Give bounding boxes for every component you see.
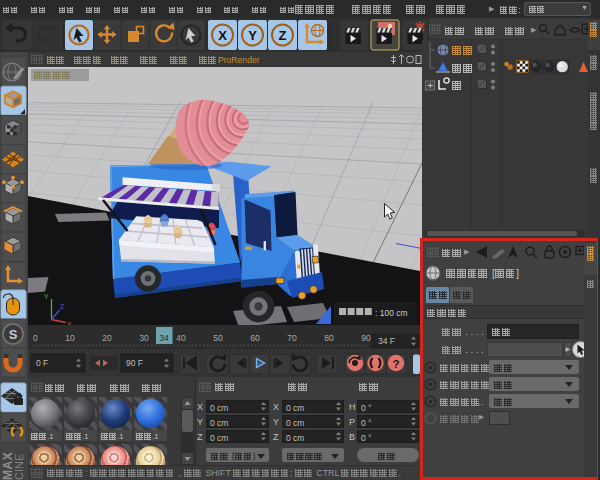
svg-text:S: S: [9, 327, 18, 342]
svg-text:90 F: 90 F: [126, 358, 143, 368]
svg-text:60: 60: [250, 333, 260, 343]
svg-text:34 F: 34 F: [378, 336, 395, 346]
svg-text:0: 0: [33, 333, 38, 343]
svg-text:Y: Y: [44, 293, 49, 300]
svg-text:34: 34: [159, 333, 169, 343]
svg-text:0 F: 0 F: [36, 358, 48, 368]
svg-text:?: ?: [392, 358, 399, 370]
svg-text:80: 80: [324, 333, 334, 343]
svg-text:10: 10: [65, 333, 75, 343]
svg-text:90: 90: [361, 333, 371, 343]
svg-text:70: 70: [287, 333, 297, 343]
svg-text:X: X: [218, 28, 227, 43]
svg-text:Z: Z: [60, 303, 65, 310]
svg-text:Y: Y: [248, 28, 257, 43]
svg-text:30: 30: [139, 333, 149, 343]
svg-text:40: 40: [176, 333, 186, 343]
svg-text:20: 20: [102, 333, 112, 343]
svg-text:Z: Z: [279, 28, 287, 43]
svg-text:: 100 cm: : 100 cm: [375, 308, 408, 318]
svg-text:50: 50: [213, 333, 223, 343]
